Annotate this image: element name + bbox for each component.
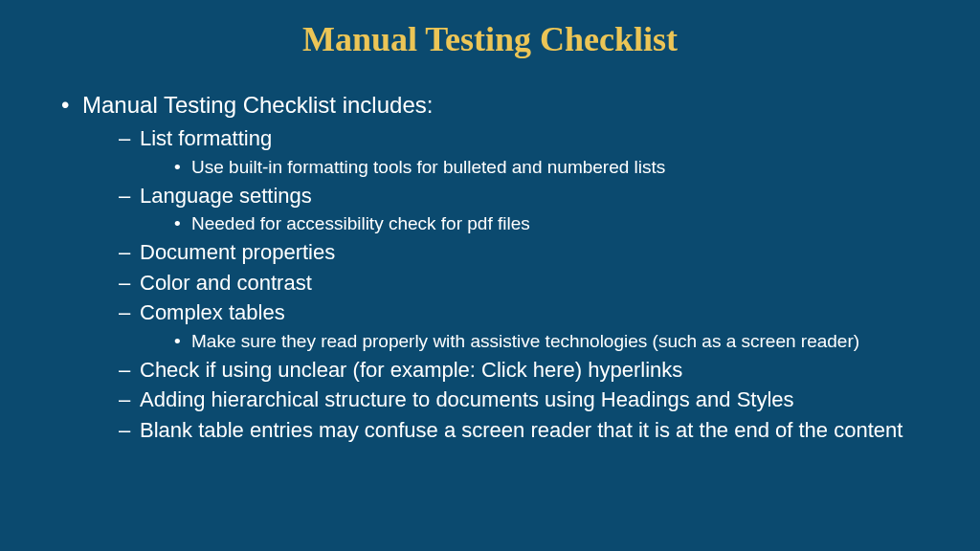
list-item: Document properties — [119, 238, 942, 267]
list-item-label: Needed for accessibility check for pdf f… — [191, 213, 530, 233]
list-item: List formatting Use built-in formatting … — [119, 124, 942, 179]
list-item: Manual Testing Checklist includes: List … — [61, 90, 942, 445]
list-item-label: Document properties — [140, 240, 335, 264]
list-item-label: Use built-in formatting tools for bullet… — [191, 157, 665, 177]
list-item-label: Manual Testing Checklist includes: — [82, 92, 433, 118]
bullet-list-level3: Use built-in formatting tools for bullet… — [140, 155, 942, 180]
list-item: Needed for accessibility check for pdf f… — [174, 211, 942, 236]
slide: Manual Testing Checklist Manual Testing … — [0, 0, 980, 551]
list-item-label: List formatting — [140, 126, 272, 150]
list-item: Make sure they read properly with assist… — [174, 329, 942, 354]
list-item: Adding hierarchical structure to documen… — [119, 386, 942, 414]
bullet-list-level3: Make sure they read properly with assist… — [140, 329, 942, 354]
list-item-label: Color and contrast — [140, 271, 312, 295]
list-item: Use built-in formatting tools for bullet… — [174, 155, 942, 180]
list-item: Language settings Needed for accessibili… — [119, 182, 942, 236]
list-item-label: Adding hierarchical structure to documen… — [140, 387, 794, 411]
list-item: Blank table entries may confuse a screen… — [119, 416, 942, 445]
page-title: Manual Testing Checklist — [38, 19, 942, 59]
list-item-label: Check if using unclear (for example: Cli… — [140, 358, 682, 382]
bullet-list-level2: List formatting Use built-in formatting … — [82, 124, 942, 444]
list-item-label: Make sure they read properly with assist… — [191, 331, 859, 351]
list-item: Color and contrast — [119, 269, 942, 298]
bullet-list-level3: Needed for accessibility check for pdf f… — [140, 211, 942, 236]
bullet-list-level1: Manual Testing Checklist includes: List … — [38, 90, 942, 445]
list-item-label: Language settings — [140, 184, 312, 208]
list-item: Check if using unclear (for example: Cli… — [119, 356, 942, 385]
list-item: Complex tables Make sure they read prope… — [119, 298, 942, 353]
list-item-label: Blank table entries may confuse a screen… — [140, 418, 902, 442]
list-item-label: Complex tables — [140, 300, 285, 324]
